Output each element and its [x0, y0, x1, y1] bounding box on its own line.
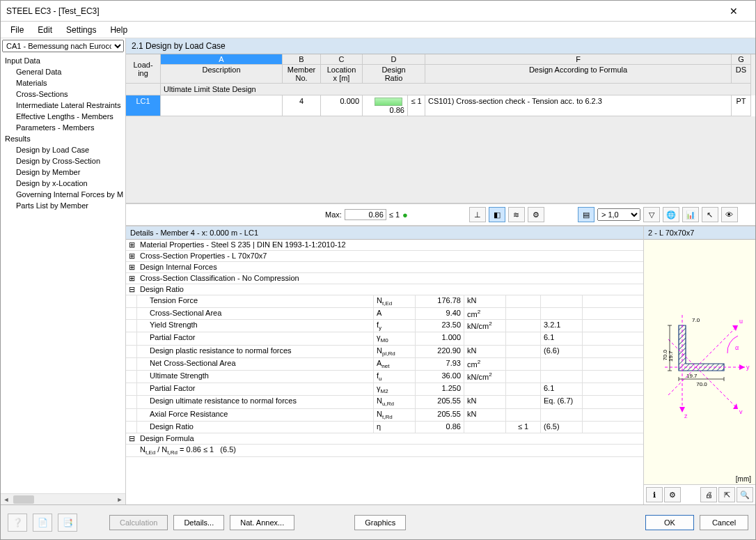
- details-button[interactable]: Details...: [173, 515, 224, 530]
- help-icon[interactable]: ❔: [8, 514, 27, 532]
- det-ratio-heading[interactable]: ⊟Design Ratio: [126, 284, 643, 295]
- svg-marker-8: [733, 403, 738, 409]
- print-icon[interactable]: 🖨: [700, 487, 717, 502]
- preview-canvas[interactable]: y z u v α 70.0 70.0 7.0: [644, 240, 755, 474]
- preview-title: 2 - L 70x70x7: [644, 226, 755, 240]
- menu-settings[interactable]: Settings: [59, 22, 103, 38]
- nav-effective-lengths[interactable]: Effective Lengths - Members: [1, 111, 125, 122]
- section-props-icon[interactable]: ⚙: [664, 487, 681, 502]
- nav-governing-forces[interactable]: Governing Internal Forces by M: [1, 189, 125, 200]
- nav-parameters[interactable]: Parameters - Members: [1, 122, 125, 133]
- nav-lateral-restraints[interactable]: Intermediate Lateral Restraints: [1, 100, 125, 111]
- filter-btn-3[interactable]: ≋: [508, 207, 525, 222]
- col-A[interactable]: A: [161, 54, 283, 65]
- group-spacer: [126, 84, 161, 95]
- cell-loadcase: LC1: [126, 95, 161, 116]
- det-internal-forces[interactable]: ⊞Design Internal Forces: [126, 262, 643, 273]
- col-C[interactable]: C: [321, 54, 363, 65]
- filter-apply-btn[interactable]: ▽: [643, 207, 660, 222]
- col-formula: Design According to Formula: [425, 65, 732, 84]
- grid-empty-area: [126, 116, 755, 203]
- grid-toolbar: Max: ≤ 1 ● ⊥ ◧ ≋ ⚙ ▤ > 1,0 ▽ 🌐 📊 ↖ 👁: [126, 204, 755, 226]
- nav-materials[interactable]: Materials: [1, 77, 125, 88]
- col-G[interactable]: G: [732, 54, 751, 65]
- export-btn[interactable]: 🌐: [663, 207, 679, 222]
- filter-btn-2[interactable]: ◧: [489, 207, 505, 222]
- det-classification[interactable]: ⊞Cross-Section Classification - No Compr…: [126, 273, 643, 284]
- menubar: File Edit Settings Help: [1, 22, 755, 38]
- show-colors-btn[interactable]: ▤: [578, 207, 594, 222]
- nat-annex-button[interactable]: Nat. Annex...: [230, 515, 294, 530]
- info-icon[interactable]: ℹ: [646, 487, 663, 502]
- svg-marker-6: [679, 407, 685, 412]
- col-ds: DS: [732, 65, 751, 84]
- nav-parts-list[interactable]: Parts List by Member: [1, 200, 125, 211]
- ratio-filter-combo[interactable]: > 1,0: [597, 208, 640, 221]
- nav-design-by-cross[interactable]: Design by Cross-Section: [1, 155, 125, 167]
- excel-btn[interactable]: 📊: [682, 207, 699, 222]
- col-D[interactable]: D: [363, 54, 425, 65]
- det-nplrd: Design plastic resistance to normal forc…: [126, 346, 643, 358]
- det-section-props[interactable]: ⊞Cross-Section Properties - L 70x70x7: [126, 251, 643, 262]
- nav-design-by-load[interactable]: Design by Load Case: [1, 144, 125, 155]
- svg-text:70.0: 70.0: [696, 381, 707, 387]
- axes-icon[interactable]: ⇱: [718, 487, 735, 502]
- ok-button[interactable]: OK: [645, 515, 694, 530]
- nav-heading-input: Input Data: [1, 55, 125, 66]
- close-button[interactable]: ✕: [718, 1, 750, 22]
- svg-text:19.7: 19.7: [668, 350, 674, 362]
- window-title: STEEL EC3 - [Test_EC3]: [6, 6, 718, 16]
- det-formula: Nt,Ed / Nt,Rd = 0.86 ≤ 1 (6.5): [126, 445, 643, 457]
- cell-formula: CS101) Cross-section check - Tension acc…: [425, 95, 732, 116]
- svg-marker-5: [739, 364, 745, 370]
- nav-heading-results: Results: [1, 133, 125, 144]
- col-B[interactable]: B: [283, 54, 321, 65]
- max-value-input[interactable]: [345, 209, 386, 220]
- filter-btn-4[interactable]: ⚙: [528, 207, 544, 222]
- results-grid: Load- ing A B C D F G Description Member…: [126, 54, 755, 204]
- zoom-icon[interactable]: 🔍: [737, 487, 753, 502]
- menu-edit[interactable]: Edit: [31, 22, 59, 38]
- preview-unit: [mm]: [644, 474, 755, 484]
- filter-btn-1[interactable]: ⊥: [469, 207, 486, 222]
- section-preview: 2 - L 70x70x7: [644, 226, 755, 504]
- eye-btn[interactable]: 👁: [721, 207, 738, 222]
- nav-general-data[interactable]: General Data: [1, 66, 125, 77]
- col-location: Location x [m]: [321, 65, 363, 84]
- col-design-ratio: Design Ratio: [363, 65, 425, 84]
- cell-cond: ≤ 1: [408, 95, 425, 116]
- ok-icon: ●: [402, 210, 408, 220]
- det-material[interactable]: ⊞Material Properties - Steel S 235 | DIN…: [126, 240, 643, 251]
- col-member-no: Member No.: [283, 65, 321, 84]
- pick-btn[interactable]: ↖: [702, 207, 718, 222]
- result-row[interactable]: LC1 4 0.000 0.86 ≤ 1 CS101) Cross-sectio…: [126, 95, 755, 116]
- nav-cross-sections[interactable]: Cross-Sections: [1, 88, 125, 100]
- col-F[interactable]: F: [425, 54, 732, 65]
- preview-toolbar: ℹ ⚙ 🖨 ⇱ 🔍: [644, 484, 755, 504]
- calculation-button[interactable]: Calculation: [109, 515, 168, 530]
- det-anet: Net Cross-Sectional AreaAnet7.93cm2: [126, 358, 643, 371]
- axis-z: z: [684, 412, 688, 419]
- det-nurd: Design ultimate resistance to normal for…: [126, 396, 643, 408]
- report-icon[interactable]: 📄: [33, 514, 52, 532]
- menu-file[interactable]: File: [3, 22, 31, 38]
- section-header: 2.1 Design by Load Case: [126, 38, 755, 54]
- nav-design-by-member[interactable]: Design by Member: [1, 167, 125, 178]
- sidebar-hscroll[interactable]: ◄ ►: [1, 493, 125, 504]
- graphics-button[interactable]: Graphics: [354, 515, 406, 530]
- col-loading: Load- ing: [126, 54, 161, 84]
- nav-tree: Input Data General Data Materials Cross-…: [1, 54, 125, 493]
- scroll-right-icon[interactable]: ►: [114, 495, 125, 504]
- axis-v: v: [739, 408, 743, 415]
- cancel-button[interactable]: Cancel: [700, 515, 748, 530]
- details-header: Details - Member 4 - x: 0.000 m - LC1: [126, 226, 643, 240]
- axis-y: y: [746, 364, 750, 371]
- load-case-combo[interactable]: CA1 - Bemessung nach Eurocod: [2, 40, 124, 52]
- col-description: Description: [161, 65, 283, 84]
- svg-text:7.0: 7.0: [692, 317, 700, 323]
- menu-help[interactable]: Help: [103, 22, 134, 38]
- export-report-icon[interactable]: 📑: [58, 514, 77, 532]
- scroll-left-icon[interactable]: ◄: [1, 495, 12, 504]
- det-formula-heading[interactable]: ⊟Design Formula: [126, 433, 643, 445]
- nav-design-by-x[interactable]: Design by x-Location: [1, 178, 125, 189]
